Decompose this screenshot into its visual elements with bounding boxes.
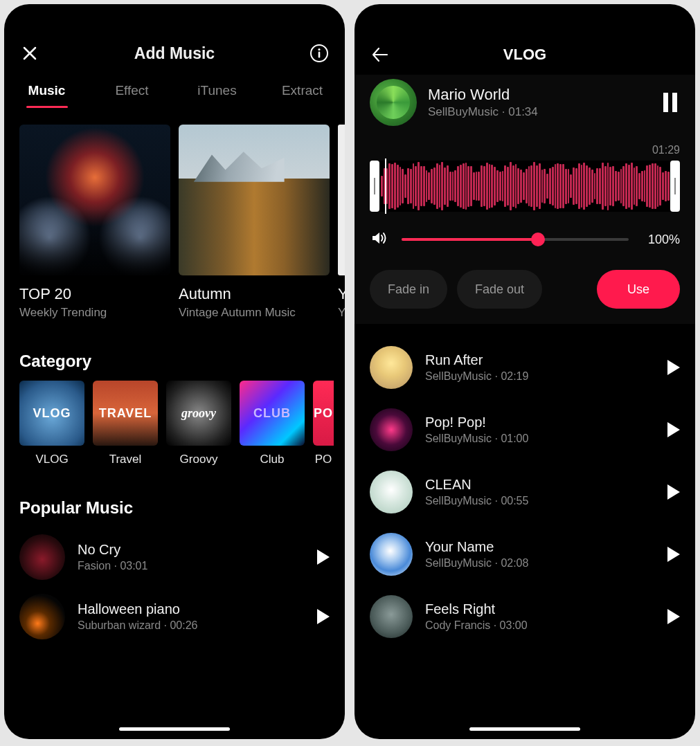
- featured-subtitle: Y: [338, 306, 345, 320]
- track-subtitle: Cody Francis · 03:00: [425, 619, 655, 632]
- featured-thumb: [19, 125, 170, 275]
- category-travel[interactable]: TRAVEL Travel: [93, 381, 158, 466]
- track-title: Feels Right: [425, 601, 655, 617]
- category-club[interactable]: CLUB Club: [240, 381, 305, 466]
- featured-thumb: [179, 125, 330, 275]
- home-indicator[interactable]: [119, 727, 230, 731]
- featured-title: TOP 20: [19, 285, 170, 303]
- play-icon[interactable]: [667, 547, 680, 562]
- category-label: Groovy: [166, 453, 231, 466]
- track-row[interactable]: Halloween piano Suburban wizard · 00:26: [4, 587, 345, 646]
- page-title: Add Music: [40, 44, 309, 63]
- featured-subtitle: Weekly Trending: [19, 306, 170, 320]
- track-thumb: [370, 471, 413, 513]
- playback-cursor[interactable]: [385, 158, 386, 214]
- fade-out-button[interactable]: Fade out: [457, 270, 542, 309]
- category-label: VLOG: [19, 453, 84, 466]
- track-title: Run After: [425, 352, 655, 368]
- header: VLOG: [355, 35, 695, 75]
- back-icon[interactable]: [370, 44, 391, 65]
- featured-card-top20[interactable]: TOP 20 Weekly Trending: [19, 125, 170, 320]
- tab-extract[interactable]: Extract: [260, 78, 345, 108]
- trim-handle-left[interactable]: [370, 161, 379, 212]
- category-tile: PO: [313, 381, 334, 446]
- track-list[interactable]: Run After SellBuyMusic · 02:19 Pop! Pop!…: [355, 324, 695, 648]
- volume-percent: 100%: [641, 233, 680, 247]
- track-thumb: [19, 594, 65, 639]
- featured-card-peek[interactable]: Y Y: [338, 125, 345, 320]
- track-info: CLEAN SellBuyMusic · 00:55: [425, 477, 655, 507]
- source-tabs: Music Effect iTunes Extract: [4, 71, 345, 108]
- action-row: Fade in Fade out Use: [370, 270, 680, 309]
- play-icon[interactable]: [667, 360, 680, 375]
- tab-itunes[interactable]: iTunes: [174, 78, 260, 108]
- track-subtitle: Fasion · 03:01: [78, 560, 305, 572]
- category-row[interactable]: VLOG VLOG TRAVEL Travel groovy Groovy CL…: [4, 381, 345, 466]
- play-icon[interactable]: [667, 422, 680, 437]
- now-playing-info: Mario World SellBuyMusic · 01:34: [428, 86, 652, 119]
- trim-handle-right[interactable]: [670, 161, 680, 212]
- now-playing-panel: Mario World SellBuyMusic · 01:34 01:29 1…: [355, 75, 695, 324]
- featured-subtitle: Vintage Autumn Music: [179, 306, 330, 320]
- category-label: PO: [313, 453, 334, 466]
- track-row[interactable]: No Cry Fasion · 03:01: [4, 527, 345, 587]
- category-tile: VLOG: [19, 381, 84, 446]
- volume-slider[interactable]: [402, 238, 629, 241]
- featured-row[interactable]: TOP 20 Weekly Trending Autumn Vintage Au…: [4, 108, 345, 320]
- category-heading: Category: [4, 320, 345, 381]
- track-thumb: [370, 346, 413, 389]
- trim-waveform[interactable]: [370, 161, 680, 212]
- category-tile: TRAVEL: [93, 381, 158, 446]
- screen-vlog-playlist: VLOG Mario World SellBuyMusic · 01:34 01…: [355, 4, 695, 739]
- track-row[interactable]: Pop! Pop! SellBuyMusic · 01:00: [355, 399, 695, 461]
- track-subtitle: SellBuyMusic · 02:19: [425, 370, 655, 383]
- featured-title: Y: [338, 285, 345, 303]
- volume-icon[interactable]: [370, 228, 389, 251]
- track-title: Halloween piano: [78, 601, 305, 617]
- featured-card-autumn[interactable]: Autumn Vintage Autumn Music: [179, 125, 330, 320]
- now-playing-title: Mario World: [428, 86, 652, 104]
- tab-effect[interactable]: Effect: [89, 78, 174, 108]
- category-pop[interactable]: PO PO: [313, 381, 334, 466]
- screen-add-music: Add Music Music Effect iTunes Extract TO…: [4, 4, 345, 739]
- track-info: No Cry Fasion · 03:01: [78, 542, 305, 572]
- info-icon[interactable]: [309, 43, 330, 64]
- track-row[interactable]: Feels Right Cody Francis · 03:00: [355, 585, 695, 648]
- track-row[interactable]: CLEAN SellBuyMusic · 00:55: [355, 461, 695, 523]
- play-icon[interactable]: [317, 549, 330, 565]
- category-groovy[interactable]: groovy Groovy: [166, 381, 231, 466]
- track-info: Halloween piano Suburban wizard · 00:26: [78, 601, 305, 632]
- use-button[interactable]: Use: [597, 270, 680, 309]
- play-icon[interactable]: [667, 484, 680, 500]
- close-icon[interactable]: [19, 43, 40, 64]
- play-icon[interactable]: [667, 609, 680, 624]
- svg-rect-2: [318, 52, 321, 58]
- now-playing-header: Mario World SellBuyMusic · 01:34: [370, 75, 680, 134]
- featured-title: Autumn: [179, 285, 330, 303]
- track-thumb: [19, 534, 65, 580]
- svg-point-1: [318, 48, 320, 51]
- track-title: Your Name: [425, 539, 655, 555]
- track-row[interactable]: Run After SellBuyMusic · 02:19: [355, 336, 695, 399]
- now-playing-artwork: [370, 79, 417, 126]
- category-tile: CLUB: [240, 381, 305, 446]
- category-label: Club: [240, 453, 305, 466]
- tab-music[interactable]: Music: [4, 78, 89, 108]
- fade-in-button[interactable]: Fade in: [370, 270, 447, 309]
- track-info: Your Name SellBuyMusic · 02:08: [425, 539, 655, 570]
- track-row[interactable]: Your Name SellBuyMusic · 02:08: [355, 523, 695, 585]
- track-subtitle: SellBuyMusic · 01:00: [425, 433, 655, 445]
- track-subtitle: SellBuyMusic · 00:55: [425, 495, 655, 507]
- page-title: VLOG: [391, 46, 659, 64]
- playback-position: 01:29: [370, 144, 680, 156]
- track-info: Pop! Pop! SellBuyMusic · 01:00: [425, 415, 655, 445]
- featured-thumb: [338, 125, 345, 275]
- waveform-body[interactable]: [379, 161, 670, 212]
- home-indicator[interactable]: [469, 727, 580, 731]
- track-info: Feels Right Cody Francis · 03:00: [425, 601, 655, 632]
- now-playing-subtitle: SellBuyMusic · 01:34: [428, 105, 652, 119]
- play-icon[interactable]: [317, 609, 330, 624]
- volume-thumb[interactable]: [531, 233, 545, 246]
- pause-icon[interactable]: [663, 93, 680, 112]
- category-vlog[interactable]: VLOG VLOG: [19, 381, 84, 466]
